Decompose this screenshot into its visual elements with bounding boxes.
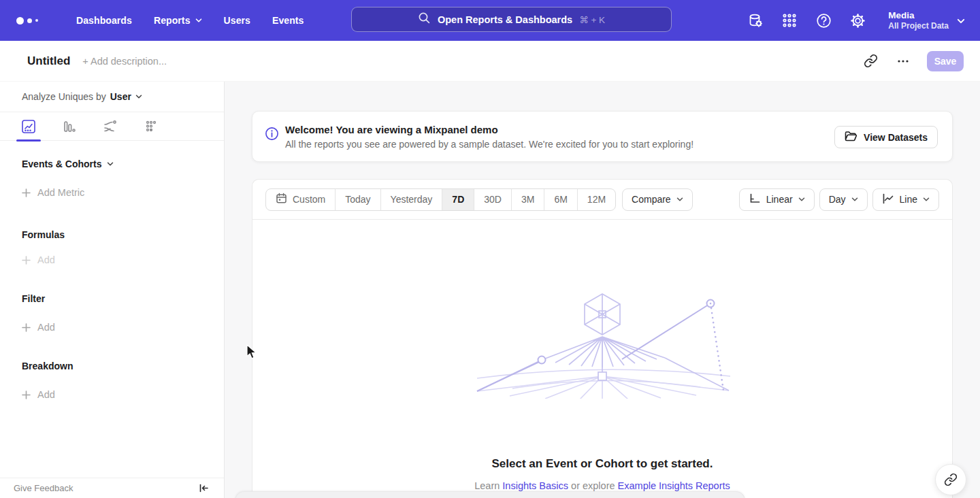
mixpanel-insights-page: Dashboards Reports Users Events Open Rep… [0,0,980,498]
search-shortcut: ⌘ + K [579,14,605,25]
tab-bar-chart[interactable] [57,116,82,137]
tab-flow[interactable] [98,116,122,137]
report-title[interactable]: Untitled [27,54,70,68]
add-metric-button[interactable]: Add Metric [22,187,224,198]
insights-chart-card: Custom Today Yesterday 7D 30D 3M 6M 12M … [252,179,953,498]
report-header-actions: Save [862,51,964,71]
nav-utility-icons: Media All Project Data [747,0,964,41]
floating-copy-link-button[interactable] [935,464,966,495]
data-management-icon[interactable] [747,12,764,29]
project-name: Media [888,10,949,21]
report-header-bar: Untitled + Add description... Save [0,41,980,82]
breakdown-heading: Breakdown [22,361,224,371]
more-ellipsis-icon[interactable] [894,52,912,70]
bottom-panel-edge[interactable] [235,491,745,498]
selected-tab-indicator [16,139,41,142]
chevron-down-icon [923,194,930,205]
search-icon [418,12,431,27]
mixpanel-logo-icon[interactable] [16,17,46,24]
nav-dashboards[interactable]: Dashboards [68,10,140,31]
date-range-segmented-control: Custom Today Yesterday 7D 30D 3M 6M 12M [265,188,616,211]
sidebar-footer: Give Feedback [0,478,224,498]
chevron-down-icon [676,194,683,205]
scale-dropdown[interactable]: Linear [739,188,815,211]
events-cohorts-heading[interactable]: Events & Cohorts [22,159,224,169]
save-button[interactable]: Save [927,51,964,71]
info-icon [265,127,279,144]
folder-icon [845,131,858,144]
insights-basics-link[interactable]: Insights Basics [502,480,568,491]
nav-reports[interactable]: Reports [146,10,210,31]
chart-controls-row: Custom Today Yesterday 7D 30D 3M 6M 12M … [252,180,952,220]
date-range-yesterday[interactable]: Yesterday [381,189,443,210]
empty-state-illustration [450,283,756,401]
example-insights-reports-link[interactable]: Example Insights Reports [618,480,730,491]
settings-gear-icon[interactable] [849,12,866,29]
copy-link-icon[interactable] [862,52,879,70]
chevron-down-icon [957,17,964,24]
date-range-30d[interactable]: 30D [474,189,512,210]
banner-title: Welcome! You are viewing a Mixpanel demo [285,124,693,135]
give-feedback-link[interactable]: Give Feedback [14,483,73,493]
collapse-sidebar-icon[interactable] [199,483,209,493]
chevron-down-icon [851,194,858,205]
welcome-banner: Welcome! You are viewing a Mixpanel demo… [252,111,953,162]
formulas-heading: Formulas [22,229,224,240]
empty-state-hint: Learn Insights Basics or explore Example… [252,480,952,491]
formulas-section: Formulas Add [0,229,224,265]
line-chart-icon [882,193,894,206]
date-range-custom[interactable]: Custom [266,189,336,210]
tab-line-chart[interactable] [16,116,41,137]
main-content: Welcome! You are viewing a Mixpanel demo… [225,82,980,498]
analyze-label: Analyze Uniques by [22,91,106,102]
chevron-down-icon [798,194,805,205]
nav-users[interactable]: Users [216,10,259,31]
add-formula-button[interactable]: Add [22,254,224,265]
axis-scale-icon [749,193,761,206]
empty-state: Select an Event or Cohort to get started… [252,220,952,498]
nav-events[interactable]: Events [264,10,312,31]
analyze-row: Analyze Uniques by User [0,82,224,112]
global-search-input[interactable]: Open Reports & Dashboards ⌘ + K [351,7,672,32]
help-icon[interactable] [815,12,832,29]
compare-dropdown[interactable]: Compare [622,188,693,211]
interval-dropdown[interactable]: Day [819,188,868,211]
breakdown-section: Breakdown Add [0,361,224,400]
empty-state-title: Select an Event or Cohort to get started… [252,457,952,471]
chart-display-controls: Linear Day [739,188,939,211]
view-datasets-button[interactable]: View Datasets [834,126,938,148]
banner-subtitle: All the reports you see are powered by a… [285,139,693,150]
primary-nav: Dashboards Reports Users Events [68,10,312,31]
analyze-unit-dropdown[interactable]: User [110,91,142,102]
date-range-today[interactable]: Today [336,189,380,210]
filter-section: Filter Add [0,293,224,333]
top-navigation-bar: Dashboards Reports Users Events Open Rep… [0,0,980,41]
add-breakdown-button[interactable]: Add [22,389,224,400]
events-cohorts-section: Events & Cohorts Add Metric [0,159,224,198]
chevron-down-icon [195,17,202,24]
date-range-12m[interactable]: 12M [578,189,615,210]
visualization-tabs [0,112,224,141]
tab-scatter[interactable] [139,116,163,137]
search-placeholder: Open Reports & Dashboards [438,14,572,25]
apps-grid-icon[interactable] [781,12,798,29]
date-range-6m[interactable]: 6M [544,189,577,210]
filter-heading: Filter [22,293,224,304]
project-scope: All Project Data [888,21,949,31]
add-filter-button[interactable]: Add [22,322,224,333]
project-switcher[interactable]: Media All Project Data [888,10,964,31]
calendar-icon [276,193,287,206]
date-range-7d[interactable]: 7D [442,189,474,210]
date-range-3m[interactable]: 3M [512,189,544,210]
add-description-field[interactable]: + Add description... [82,56,167,67]
chart-type-dropdown[interactable]: Line [872,188,939,211]
query-builder-sidebar: Analyze Uniques by User [0,82,225,498]
